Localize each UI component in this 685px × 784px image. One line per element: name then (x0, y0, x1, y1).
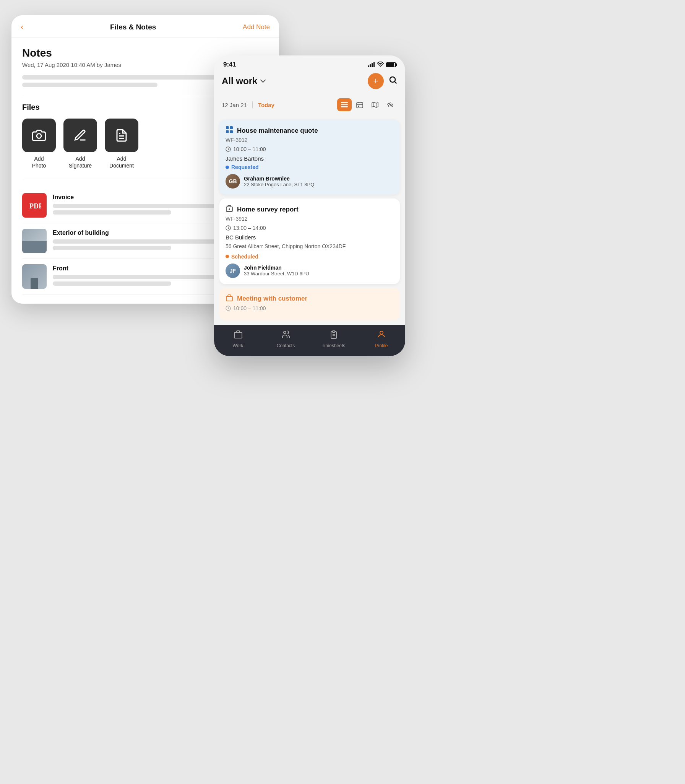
svg-rect-7 (341, 104, 348, 106)
svg-point-0 (37, 134, 41, 138)
work-item-1-title: House maintenance quote (237, 127, 318, 135)
back-button[interactable]: ‹ (21, 22, 23, 32)
date-label: 12 Jan 21 (222, 102, 247, 108)
svg-rect-26 (226, 296, 232, 301)
svg-rect-10 (358, 106, 359, 107)
svg-rect-9 (357, 102, 363, 108)
work-item-meeting[interactable]: Meeting with customer 10:00 – 11:00 (219, 288, 400, 320)
work-item-2-status: Scheduled (226, 254, 394, 260)
work-item-3-time: 10:00 – 11:00 (226, 305, 394, 311)
work-item-2-title: Home survey report (237, 206, 299, 213)
list-view-toggle[interactable] (337, 98, 352, 111)
john-avatar: JF (226, 264, 240, 278)
wifi-icon (377, 62, 384, 68)
svg-rect-30 (333, 331, 335, 332)
exterior-thumb (22, 229, 47, 253)
grid-icon (226, 126, 233, 135)
add-document-action[interactable]: AddDocument (105, 119, 138, 169)
status-bar: 9:41 (214, 55, 405, 72)
document-icon (105, 119, 138, 152)
work-item-3-title: Meeting with customer (237, 295, 307, 303)
svg-rect-20 (230, 130, 233, 133)
header-actions: + (368, 73, 398, 89)
work-item-2-header: Home survey report (226, 205, 394, 214)
svg-point-4 (380, 66, 381, 67)
work-item-2-worker: JF John Fieldman 33 Wardour Street, W1D … (226, 264, 394, 278)
chevron-down-icon (260, 78, 266, 84)
exterior-meta-2 (53, 246, 171, 250)
search-button[interactable] (388, 75, 398, 87)
work-list-header: All work + (214, 72, 405, 94)
nav-item-profile[interactable]: Profile (357, 330, 405, 348)
front-thumb (22, 264, 47, 289)
notes-line-1 (22, 75, 219, 80)
svg-point-14 (388, 104, 389, 105)
work-nav-label: Work (233, 343, 243, 348)
worker-2-name: John Fieldman (244, 265, 394, 271)
battery-icon (386, 62, 396, 67)
view-toggles (337, 98, 398, 111)
contacts-nav-label: Contacts (277, 343, 295, 348)
timesheets-nav-icon (329, 330, 338, 341)
worker-2-address: 33 Wardour Street, W1D 6PU (244, 271, 394, 277)
work-item-1-status: Requested (226, 164, 394, 170)
work-item-2-time: 13:00 – 14:00 (226, 225, 394, 231)
svg-point-33 (380, 331, 383, 334)
timesheets-nav-label: Timesheets (322, 343, 346, 348)
status-time: 9:41 (223, 61, 236, 68)
nav-item-timesheets[interactable]: Timesheets (310, 330, 357, 348)
work-list: House maintenance quote WF-3912 10:00 – … (214, 115, 405, 325)
add-document-label: AddDocument (109, 155, 134, 169)
work-list-card: 9:41 All work (214, 55, 405, 356)
work-item-home-survey[interactable]: Home survey report WF-3912 13:00 – 14:00… (219, 198, 400, 284)
add-photo-action[interactable]: AddPhoto (22, 119, 56, 169)
nav-item-work[interactable]: Work (214, 330, 262, 348)
front-meta-1 (53, 275, 225, 279)
add-note-button[interactable]: Add Note (243, 23, 270, 31)
worker-1-address: 22 Stoke Poges Lane, SL1 3PQ (244, 182, 394, 187)
briefcase-icon (226, 205, 233, 214)
add-signature-label: AddSignature (69, 155, 92, 169)
work-item-1-ref: WF-3912 (226, 137, 394, 143)
svg-rect-18 (230, 126, 233, 129)
bottom-navigation: Work Contacts Ti (214, 325, 405, 356)
work-nav-icon (234, 330, 243, 341)
files-notes-header: ‹ Files & Notes Add Note (11, 15, 279, 38)
date-bar: 12 Jan 21 Today (214, 94, 405, 115)
exterior-meta-1 (53, 239, 225, 244)
pdf-thumb: PDF (22, 193, 47, 218)
svg-point-15 (390, 103, 391, 104)
contacts-nav-icon (281, 330, 291, 341)
front-meta-2 (53, 281, 171, 286)
profile-nav-icon (377, 330, 386, 341)
profile-nav-label: Profile (375, 343, 388, 348)
worker-1-name: Graham Brownlee (244, 176, 394, 182)
notes-line-2 (22, 83, 157, 87)
invoice-meta-1 (53, 204, 225, 208)
add-work-button[interactable]: + (368, 73, 384, 89)
work-item-house-maintenance[interactable]: House maintenance quote WF-3912 10:00 – … (219, 120, 400, 195)
svg-point-16 (391, 105, 393, 106)
calendar-view-toggle[interactable] (352, 98, 367, 111)
work-item-1-header: House maintenance quote (226, 126, 394, 135)
work-item-2-address: 56 Great Allbarr Street, Chipping Norton… (226, 243, 394, 250)
work-item-1-time: 10:00 – 11:00 (226, 146, 394, 152)
add-photo-label: AddPhoto (32, 155, 46, 169)
work-item-1-worker: GB Graham Brownlee 22 Stoke Poges Lane, … (226, 174, 394, 189)
svg-rect-19 (226, 130, 229, 133)
camera-icon (22, 119, 56, 152)
nav-item-contacts[interactable]: Contacts (262, 330, 310, 348)
today-button[interactable]: Today (258, 102, 274, 108)
status-icons (368, 62, 396, 68)
invoice-meta-2 (53, 210, 171, 215)
filter-label: All work (222, 76, 257, 86)
add-signature-action[interactable]: AddSignature (63, 119, 97, 169)
map-view-toggle[interactable] (368, 98, 382, 111)
svg-rect-28 (234, 332, 242, 338)
svg-rect-17 (226, 126, 229, 129)
filter-selector[interactable]: All work (222, 76, 266, 86)
work-item-3-header: Meeting with customer (226, 294, 394, 304)
meeting-briefcase-icon (226, 294, 233, 304)
pen-icon (63, 119, 97, 152)
filter-view-toggle[interactable] (383, 98, 398, 111)
